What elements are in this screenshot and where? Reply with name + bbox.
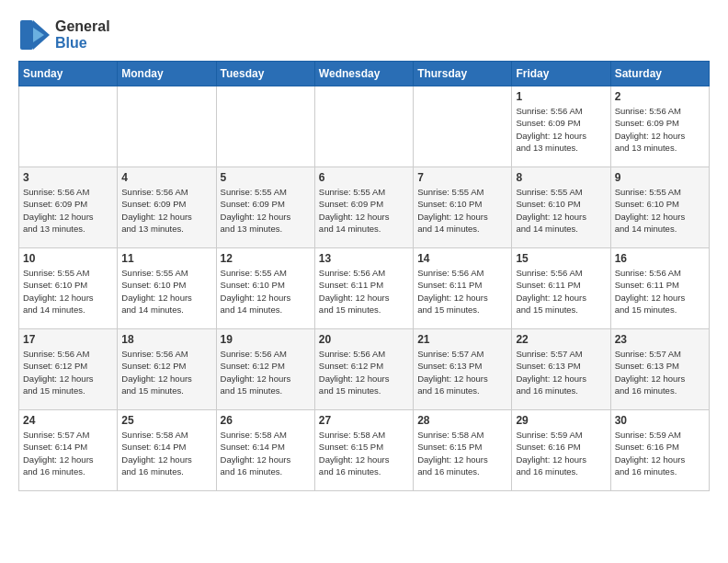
day-cell — [314, 86, 413, 167]
header-cell-thursday: Thursday — [414, 62, 512, 86]
day-info: Sunrise: 5:56 AM Sunset: 6:09 PM Dayligh… — [516, 105, 606, 154]
day-number: 18 — [121, 333, 211, 346]
day-number: 1 — [516, 90, 606, 103]
header-cell-sunday: Sunday — [19, 62, 118, 86]
day-number: 29 — [516, 414, 606, 427]
header-cell-wednesday: Wednesday — [314, 62, 413, 86]
day-number: 17 — [23, 333, 113, 346]
day-number: 6 — [319, 171, 409, 184]
day-number: 20 — [319, 333, 409, 346]
day-number: 30 — [615, 414, 705, 427]
day-cell — [216, 86, 314, 167]
day-number: 11 — [121, 252, 211, 265]
day-cell: 20Sunrise: 5:56 AM Sunset: 6:12 PM Dayli… — [314, 329, 413, 410]
day-cell: 19Sunrise: 5:56 AM Sunset: 6:12 PM Dayli… — [216, 329, 314, 410]
day-cell: 23Sunrise: 5:57 AM Sunset: 6:13 PM Dayli… — [610, 329, 709, 410]
day-info: Sunrise: 5:55 AM Sunset: 6:09 PM Dayligh… — [221, 186, 311, 235]
day-info: Sunrise: 5:56 AM Sunset: 6:11 PM Dayligh… — [615, 267, 705, 316]
day-info: Sunrise: 5:55 AM Sunset: 6:10 PM Dayligh… — [615, 186, 705, 235]
week-row-3: 17Sunrise: 5:56 AM Sunset: 6:12 PM Dayli… — [19, 329, 710, 410]
day-number: 26 — [221, 414, 311, 427]
day-number: 23 — [615, 333, 705, 346]
day-info: Sunrise: 5:58 AM Sunset: 6:14 PM Dayligh… — [221, 429, 311, 477]
day-number: 10 — [23, 252, 113, 265]
day-cell: 2Sunrise: 5:56 AM Sunset: 6:09 PM Daylig… — [610, 86, 709, 167]
day-cell: 10Sunrise: 5:55 AM Sunset: 6:10 PM Dayli… — [19, 248, 118, 329]
day-info: Sunrise: 5:55 AM Sunset: 6:09 PM Dayligh… — [319, 186, 409, 235]
day-cell: 5Sunrise: 5:55 AM Sunset: 6:09 PM Daylig… — [216, 167, 314, 248]
day-info: Sunrise: 5:56 AM Sunset: 6:12 PM Dayligh… — [23, 348, 113, 396]
day-info: Sunrise: 5:58 AM Sunset: 6:14 PM Dayligh… — [121, 429, 211, 477]
day-info: Sunrise: 5:56 AM Sunset: 6:12 PM Dayligh… — [121, 348, 211, 396]
day-cell: 7Sunrise: 5:55 AM Sunset: 6:10 PM Daylig… — [414, 167, 512, 248]
day-number: 27 — [319, 414, 409, 427]
day-cell: 9Sunrise: 5:55 AM Sunset: 6:10 PM Daylig… — [610, 167, 709, 248]
day-info: Sunrise: 5:55 AM Sunset: 6:10 PM Dayligh… — [417, 186, 507, 235]
day-number: 7 — [417, 171, 507, 184]
day-cell: 11Sunrise: 5:55 AM Sunset: 6:10 PM Dayli… — [118, 248, 216, 329]
day-number: 25 — [121, 414, 211, 427]
header-cell-friday: Friday — [512, 62, 610, 86]
calendar-header: SundayMondayTuesdayWednesdayThursdayFrid… — [19, 62, 710, 86]
day-number: 3 — [23, 171, 113, 184]
day-cell: 13Sunrise: 5:56 AM Sunset: 6:11 PM Dayli… — [314, 248, 413, 329]
logo: General Blue — [18, 18, 110, 52]
day-info: Sunrise: 5:56 AM Sunset: 6:12 PM Dayligh… — [319, 348, 409, 396]
logo-general: General — [55, 18, 110, 35]
day-cell: 25Sunrise: 5:58 AM Sunset: 6:14 PM Dayli… — [118, 410, 216, 491]
day-cell — [118, 86, 216, 167]
day-cell: 24Sunrise: 5:57 AM Sunset: 6:14 PM Dayli… — [19, 410, 118, 491]
week-row-2: 10Sunrise: 5:55 AM Sunset: 6:10 PM Dayli… — [19, 248, 710, 329]
day-cell: 15Sunrise: 5:56 AM Sunset: 6:11 PM Dayli… — [512, 248, 610, 329]
day-number: 15 — [516, 252, 606, 265]
header: General Blue — [18, 18, 710, 52]
day-cell: 29Sunrise: 5:59 AM Sunset: 6:16 PM Dayli… — [512, 410, 610, 491]
day-cell: 21Sunrise: 5:57 AM Sunset: 6:13 PM Dayli… — [414, 329, 512, 410]
day-info: Sunrise: 5:58 AM Sunset: 6:15 PM Dayligh… — [417, 429, 507, 477]
day-number: 5 — [221, 171, 311, 184]
day-info: Sunrise: 5:59 AM Sunset: 6:16 PM Dayligh… — [516, 429, 606, 477]
day-cell: 18Sunrise: 5:56 AM Sunset: 6:12 PM Dayli… — [118, 329, 216, 410]
day-info: Sunrise: 5:56 AM Sunset: 6:09 PM Dayligh… — [121, 186, 211, 235]
day-number: 16 — [615, 252, 705, 265]
day-cell: 8Sunrise: 5:55 AM Sunset: 6:10 PM Daylig… — [512, 167, 610, 248]
day-info: Sunrise: 5:56 AM Sunset: 6:09 PM Dayligh… — [23, 186, 113, 235]
day-info: Sunrise: 5:55 AM Sunset: 6:10 PM Dayligh… — [516, 186, 606, 235]
day-info: Sunrise: 5:56 AM Sunset: 6:11 PM Dayligh… — [516, 267, 606, 316]
day-number: 22 — [516, 333, 606, 346]
day-cell: 6Sunrise: 5:55 AM Sunset: 6:09 PM Daylig… — [314, 167, 413, 248]
logo-svg — [18, 18, 51, 52]
day-number: 13 — [319, 252, 409, 265]
week-row-4: 24Sunrise: 5:57 AM Sunset: 6:14 PM Dayli… — [19, 410, 710, 491]
day-number: 28 — [417, 414, 507, 427]
day-number: 9 — [615, 171, 705, 184]
day-number: 24 — [23, 414, 113, 427]
day-info: Sunrise: 5:55 AM Sunset: 6:10 PM Dayligh… — [23, 267, 113, 316]
day-info: Sunrise: 5:57 AM Sunset: 6:13 PM Dayligh… — [516, 348, 606, 396]
day-cell: 4Sunrise: 5:56 AM Sunset: 6:09 PM Daylig… — [118, 167, 216, 248]
day-cell: 1Sunrise: 5:56 AM Sunset: 6:09 PM Daylig… — [512, 86, 610, 167]
day-info: Sunrise: 5:57 AM Sunset: 6:13 PM Dayligh… — [615, 348, 705, 396]
day-info: Sunrise: 5:57 AM Sunset: 6:14 PM Dayligh… — [23, 429, 113, 477]
week-row-0: 1Sunrise: 5:56 AM Sunset: 6:09 PM Daylig… — [19, 86, 710, 167]
svg-rect-0 — [20, 20, 33, 50]
header-cell-saturday: Saturday — [610, 62, 709, 86]
day-info: Sunrise: 5:56 AM Sunset: 6:12 PM Dayligh… — [221, 348, 311, 396]
day-cell — [19, 86, 118, 167]
day-number: 2 — [615, 90, 705, 103]
day-cell: 16Sunrise: 5:56 AM Sunset: 6:11 PM Dayli… — [610, 248, 709, 329]
day-info: Sunrise: 5:55 AM Sunset: 6:10 PM Dayligh… — [121, 267, 211, 316]
day-number: 14 — [417, 252, 507, 265]
day-info: Sunrise: 5:59 AM Sunset: 6:16 PM Dayligh… — [615, 429, 705, 477]
day-number: 19 — [221, 333, 311, 346]
week-row-1: 3Sunrise: 5:56 AM Sunset: 6:09 PM Daylig… — [19, 167, 710, 248]
day-number: 4 — [121, 171, 211, 184]
day-info: Sunrise: 5:57 AM Sunset: 6:13 PM Dayligh… — [417, 348, 507, 396]
day-cell: 14Sunrise: 5:56 AM Sunset: 6:11 PM Dayli… — [414, 248, 512, 329]
day-info: Sunrise: 5:56 AM Sunset: 6:09 PM Dayligh… — [615, 105, 705, 154]
header-cell-monday: Monday — [118, 62, 216, 86]
day-cell: 17Sunrise: 5:56 AM Sunset: 6:12 PM Dayli… — [19, 329, 118, 410]
day-info: Sunrise: 5:58 AM Sunset: 6:15 PM Dayligh… — [319, 429, 409, 477]
header-row: SundayMondayTuesdayWednesdayThursdayFrid… — [19, 62, 710, 86]
logo-blue: Blue — [55, 35, 110, 52]
